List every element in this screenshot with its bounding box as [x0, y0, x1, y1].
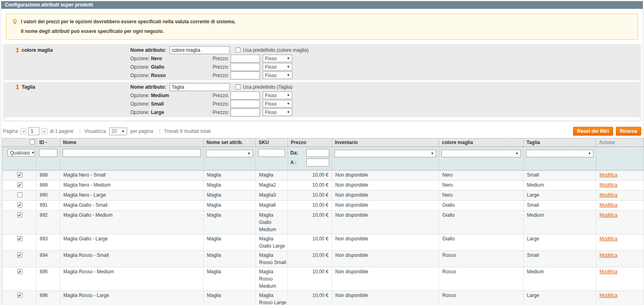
column-header-colore[interactable]: colore maglia — [439, 138, 524, 147]
row-checkbox[interactable] — [17, 202, 22, 207]
cell-colore: Rosso — [439, 251, 524, 267]
cell-sku: Maglia2 — [256, 181, 288, 191]
row-checkbox[interactable] — [17, 192, 22, 197]
previous-page-button[interactable]: ◀ — [20, 128, 26, 134]
column-header-set[interactable]: Nome set attrib. — [204, 138, 256, 147]
use-default-label: Usa predefinito (colore maglia) — [243, 47, 308, 53]
cell-sku: Maglia3 — [256, 191, 288, 201]
filter-sku-input[interactable] — [258, 149, 285, 157]
row-select-cell — [2, 291, 36, 305]
total-pages-label: di 1 pagine — [50, 128, 73, 134]
modifica-link[interactable]: Modifica — [599, 182, 618, 188]
cell-azione: Modifica — [596, 201, 644, 211]
option-label: Opzione: Giallo — [130, 64, 213, 70]
chevron-down-icon: ▼ — [287, 102, 290, 106]
cell-set: Maglia — [204, 211, 256, 234]
cell-nome: Maglia Nero - Small — [60, 171, 204, 181]
price-type-value: Fisso — [265, 56, 277, 61]
modifica-link[interactable]: Modifica — [599, 269, 618, 274]
select-all-checkbox[interactable] — [30, 139, 35, 144]
modifica-link[interactable]: Modifica — [599, 172, 618, 178]
price-label: Prezzo: — [213, 56, 231, 61]
filter-id-input[interactable] — [39, 149, 57, 157]
modifica-link[interactable]: Modifica — [599, 202, 618, 208]
page-number-input[interactable] — [28, 127, 39, 135]
modifica-link[interactable]: Modifica — [599, 236, 618, 242]
cell-taglia: Large — [524, 291, 596, 305]
row-checkbox[interactable] — [17, 236, 22, 241]
filter-nome-input[interactable] — [63, 149, 201, 157]
option-price-input[interactable] — [231, 92, 260, 100]
filter-colore-select[interactable]: ▼ — [441, 150, 521, 157]
cell-set: Maglia — [204, 251, 256, 267]
filter-price-to-input[interactable] — [306, 159, 329, 167]
per-page-select[interactable]: 20 ▼ — [109, 128, 127, 135]
row-checkbox[interactable] — [17, 252, 22, 258]
cell-taglia: Medium — [524, 181, 596, 191]
grid-toolbar: Pagina ◀ ▶ di 1 pagine | Visualizza 20 ▼… — [2, 127, 642, 136]
modifica-link[interactable]: Modifica — [599, 293, 618, 298]
row-checkbox[interactable] — [17, 172, 22, 177]
price-type-select[interactable]: Fisso ▼ — [263, 100, 292, 108]
drag-handle-icon[interactable] — [16, 47, 19, 53]
filter-set-select[interactable]: ▼ — [206, 150, 253, 157]
cell-prezzo: 10,00 € — [288, 267, 332, 291]
column-header-nome[interactable]: Nome — [60, 138, 204, 147]
option-price-input[interactable] — [231, 71, 260, 79]
row-select-cell — [2, 201, 36, 211]
use-default-checkbox[interactable] — [235, 84, 241, 89]
cell-set: Maglia — [204, 191, 256, 201]
price-type-select[interactable]: Fisso ▼ — [263, 108, 292, 116]
option-price-input[interactable] — [231, 108, 260, 116]
filter-taglia-select[interactable]: ▼ — [526, 150, 593, 157]
attribute-name-label: Nome attributo: — [130, 47, 170, 53]
column-header-sku[interactable]: SKU — [256, 138, 288, 147]
column-header-id[interactable]: ID - — [36, 138, 60, 147]
cell-id: 891 — [36, 201, 60, 211]
drag-handle-icon[interactable] — [16, 84, 19, 90]
massaction-select[interactable]: Qualsiasi ▼ — [8, 149, 35, 157]
column-header-inventario[interactable]: Inventario — [332, 138, 439, 147]
price-type-select[interactable]: Fisso ▼ — [263, 55, 292, 62]
row-checkbox[interactable] — [17, 269, 22, 274]
filter-price-from-input[interactable] — [306, 149, 329, 157]
attribute-name-input[interactable] — [170, 46, 230, 54]
column-header-taglia[interactable]: Taglia — [524, 138, 596, 147]
price-type-select[interactable]: Fisso ▼ — [263, 71, 292, 79]
page-label: Pagina — [3, 128, 18, 134]
attribute-name-input[interactable] — [170, 83, 230, 91]
cell-taglia: Large — [524, 234, 596, 251]
option-price-input[interactable] — [231, 55, 260, 63]
option-price-input[interactable] — [231, 63, 260, 71]
next-page-button[interactable]: ▶ — [41, 128, 48, 134]
cell-colore: Rosso — [439, 267, 524, 291]
column-header-prezzo[interactable]: Prezzo — [288, 138, 332, 147]
search-button[interactable]: Ricerca — [616, 127, 641, 136]
attribute-title: colore maglia — [22, 47, 53, 53]
price-type-select[interactable]: Fisso ▼ — [263, 92, 292, 99]
row-checkbox[interactable] — [17, 212, 22, 218]
page: Configurazione attributi super prodotti … — [1, 1, 643, 305]
modifica-link[interactable]: Modifica — [599, 212, 618, 218]
chevron-down-icon: ▼ — [287, 57, 290, 60]
use-default-checkbox[interactable] — [235, 47, 241, 53]
attribute-section: Taglia Nome attributo: Usa predefinito (… — [4, 82, 640, 117]
cell-sku: Maglia — [256, 171, 288, 181]
cell-inventario: Non disponibile — [332, 191, 439, 201]
price-type-select[interactable]: Fisso ▼ — [263, 63, 292, 71]
cell-taglia: Small — [524, 251, 596, 267]
cell-azione: Modifica — [596, 251, 644, 267]
cell-id: 888 — [36, 171, 60, 181]
cell-prezzo: 10,00 € — [288, 211, 332, 234]
price-from-label: Da: — [290, 150, 306, 156]
reset-filters-button[interactable]: Reset dei filtri — [573, 127, 613, 136]
cell-id: 890 — [36, 191, 60, 201]
row-checkbox[interactable] — [17, 182, 22, 187]
modifica-link[interactable]: Modifica — [599, 192, 618, 198]
chevron-down-icon: ▼ — [287, 94, 290, 97]
option-price-input[interactable] — [231, 100, 260, 108]
filter-cell-prezzo: Da: A : — [288, 147, 332, 171]
row-checkbox[interactable] — [17, 293, 22, 298]
filter-inventario-select[interactable]: ▼ — [334, 150, 436, 157]
modifica-link[interactable]: Modifica — [599, 252, 618, 258]
